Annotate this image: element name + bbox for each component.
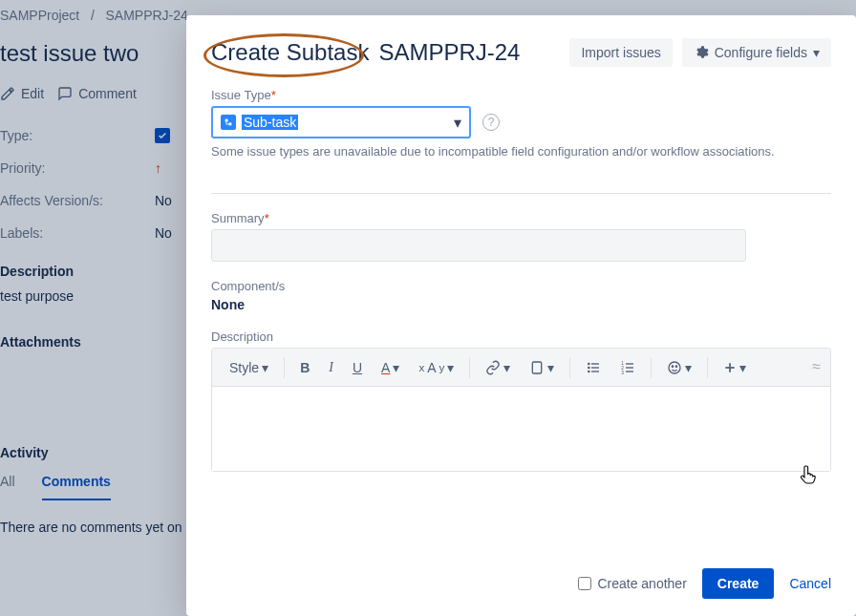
rte-clear-formatting-button[interactable]: xAy ▾ (411, 356, 461, 379)
rte-separator (569, 357, 570, 378)
svg-rect-1 (228, 122, 231, 125)
rte-separator (284, 357, 285, 378)
numbered-list-icon: 123 (620, 360, 635, 375)
collapse-icon[interactable]: ≈ (812, 358, 821, 375)
rte-numbered-list-button[interactable]: 123 (612, 356, 643, 379)
svg-rect-0 (225, 119, 228, 122)
chevron-down-icon: ▾ (503, 360, 510, 375)
cancel-button[interactable]: Cancel (789, 576, 831, 591)
chevron-down-icon: ▾ (685, 360, 692, 375)
rte-attachment-button[interactable]: ▾ (522, 356, 562, 379)
rte-separator (707, 357, 708, 378)
svg-rect-4 (591, 363, 599, 364)
issue-type-value: Sub-task (242, 115, 298, 130)
emoji-icon (667, 360, 682, 375)
chevron-down-icon: ▾ (454, 114, 461, 132)
svg-rect-8 (591, 371, 599, 372)
modal-issue-key: SAMPPRJ-24 (378, 39, 520, 66)
create-another-checkbox[interactable]: Create another (578, 576, 686, 591)
rte-toolbar: Style▾ B I U A ▾ xAy ▾ ▾ ▾ 123 ▾ ▾ (212, 349, 830, 387)
rte-bold-button[interactable]: B (292, 356, 317, 379)
rte-emoji-button[interactable]: ▾ (659, 356, 699, 379)
issue-type-select[interactable]: Sub-task ▾ (211, 106, 471, 138)
chevron-down-icon: ▾ (393, 360, 399, 375)
svg-rect-14 (626, 371, 633, 372)
link-icon (485, 360, 501, 375)
svg-rect-6 (591, 367, 599, 368)
configure-fields-button[interactable]: Configure fields ▾ (682, 38, 831, 67)
rte-style-button[interactable]: Style▾ (222, 356, 276, 379)
rte-insert-button[interactable]: ▾ (716, 356, 754, 379)
rte-textcolor-button[interactable]: A ▾ (374, 356, 407, 379)
create-subtask-modal: Create Subtask SAMPPRJ-24 Import issues … (186, 15, 856, 616)
subtask-type-icon (221, 115, 236, 130)
components-label: Component/s (211, 279, 831, 293)
issue-type-hint: Some issue types are unavailable due to … (211, 144, 831, 159)
description-label: Description (211, 329, 831, 344)
chevron-down-icon: ▾ (813, 45, 820, 60)
create-another-input[interactable] (578, 577, 591, 590)
configure-fields-label: Configure fields (715, 45, 807, 60)
svg-rect-10 (626, 363, 633, 364)
bullet-list-icon (586, 360, 601, 375)
create-another-label: Create another (597, 576, 686, 591)
chevron-down-icon: ▾ (547, 360, 554, 375)
rte-underline-button[interactable]: U (345, 356, 370, 379)
rte-body[interactable] (212, 387, 830, 471)
chevron-down-icon: ▾ (739, 360, 746, 375)
rte-separator (469, 357, 470, 378)
rte-bullet-list-button[interactable] (578, 356, 609, 379)
components-value: None (211, 297, 831, 312)
help-icon[interactable]: ? (482, 114, 500, 131)
svg-point-3 (588, 362, 590, 365)
summary-label: Summary* (211, 211, 831, 225)
attachment-icon (529, 360, 545, 375)
gear-icon (694, 45, 709, 60)
svg-point-5 (588, 366, 590, 369)
svg-point-17 (676, 366, 677, 367)
svg-point-15 (669, 362, 680, 373)
create-button[interactable]: Create (702, 568, 775, 599)
issue-type-label: Issue Type* (211, 88, 831, 102)
chevron-down-icon: ▾ (447, 360, 454, 375)
svg-rect-2 (533, 362, 542, 373)
divider (211, 193, 831, 194)
svg-rect-12 (626, 367, 633, 368)
plus-icon (723, 361, 737, 374)
summary-input[interactable] (211, 229, 746, 262)
description-editor[interactable]: Style▾ B I U A ▾ xAy ▾ ▾ ▾ 123 ▾ ▾ ≈ (211, 348, 831, 472)
svg-text:3: 3 (622, 370, 625, 374)
chevron-down-icon: ▾ (262, 360, 268, 375)
modal-title: Create Subtask (211, 39, 369, 66)
rte-italic-button[interactable]: I (321, 356, 341, 379)
import-issues-button[interactable]: Import issues (569, 38, 672, 67)
svg-point-7 (588, 370, 590, 372)
svg-point-16 (673, 366, 674, 367)
rte-separator (651, 357, 652, 378)
rte-link-button[interactable]: ▾ (478, 356, 518, 379)
